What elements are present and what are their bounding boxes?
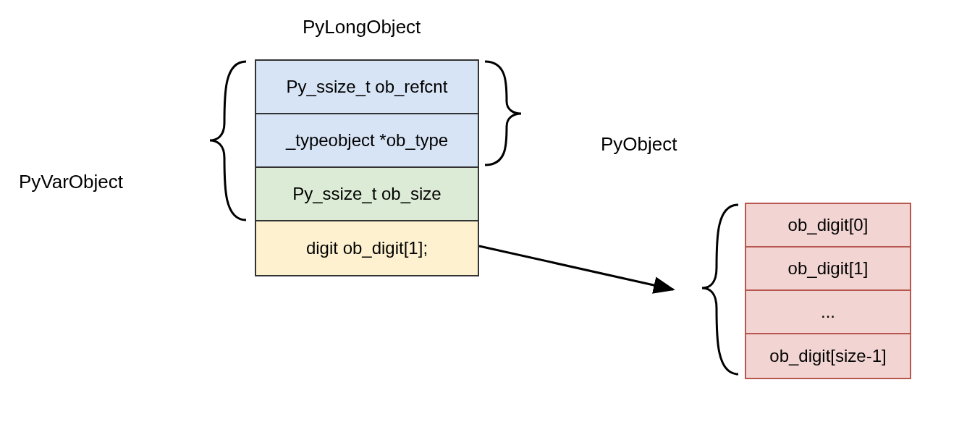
digit-array-box: ob_digit[0] ob_digit[1] ... ob_digit[siz… [745, 203, 911, 379]
digit-cell-last: ob_digit[size-1] [746, 334, 910, 378]
digit-cell-ellipsis: ... [746, 291, 910, 334]
struct-box: Py_ssize_t ob_refcnt _typeobject *ob_typ… [255, 59, 479, 276]
field-ob-refcnt: Py_ssize_t ob_refcnt [256, 61, 478, 114]
field-ob-digit: digit ob_digit[1]; [256, 221, 478, 275]
right-brace [485, 62, 521, 165]
diagram-title: PyLongObject [303, 16, 421, 38]
field-ob-type: _typeobject *ob_type [256, 114, 478, 168]
left-group-label: PyVarObject [19, 171, 123, 193]
left-brace [210, 62, 246, 220]
digit-cell-1: ob_digit[1] [746, 248, 910, 291]
field-ob-size: Py_ssize_t ob_size [256, 168, 478, 221]
digit-box-brace [702, 205, 738, 374]
digit-cell-0: ob_digit[0] [746, 204, 910, 248]
arrow-digit [479, 246, 673, 289]
right-group-label: PyObject [601, 133, 677, 156]
